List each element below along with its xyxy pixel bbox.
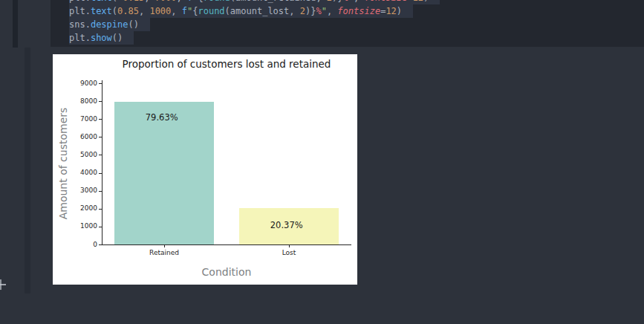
y-tick-label: 6000 (56, 133, 97, 140)
y-tick-label: 8000 (56, 97, 97, 105)
y-tick-label: 2000 (56, 204, 97, 212)
y-tick-mark (99, 173, 102, 174)
y-tick-label: 4000 (56, 169, 97, 176)
x-tick-label: Retained (134, 249, 194, 256)
y-tick-mark (99, 191, 102, 192)
y-tick-label: 7000 (56, 115, 97, 123)
y-axis-spine (102, 80, 103, 244)
y-tick-label: 3000 (56, 187, 97, 194)
cell-focus-indicator (25, 48, 30, 294)
code-cell-editor[interactable]: plt.text(-0.15, 7000, f"{round(amount_re… (51, 0, 644, 47)
add-cell-button[interactable] (0, 279, 6, 291)
bar-percentage-label: 79.63% (146, 112, 178, 123)
bar-percentage-label: 20.37% (270, 220, 303, 230)
y-tick-mark (99, 101, 102, 102)
chart-output-figure: Proportion of customers lost and retaine… (53, 54, 357, 285)
y-tick-mark (99, 83, 102, 84)
code-line[interactable]: plt.show() (69, 31, 134, 45)
bar-retained (114, 102, 214, 244)
x-tick-mark (164, 244, 165, 247)
chart-title: Proportion of customers lost and retaine… (78, 58, 375, 70)
y-axis-label: Amount of customers (57, 89, 69, 238)
y-tick-mark (99, 119, 102, 120)
y-tick-mark (99, 137, 102, 137)
x-tick-label: Lost (259, 249, 319, 256)
y-tick-label: 1000 (56, 222, 97, 230)
code-line[interactable]: plt.text(0.85, 1000, f"{round(amount_los… (69, 4, 413, 18)
y-tick-mark (99, 244, 102, 245)
y-tick-mark (99, 155, 102, 155)
x-tick-mark (289, 244, 290, 247)
y-tick-mark (99, 209, 102, 210)
y-tick-mark (99, 227, 102, 227)
x-axis-spine (102, 244, 351, 245)
x-axis-label: Condition (78, 266, 375, 278)
y-tick-label: 0 (56, 241, 97, 248)
editor-gutter-strip (13, 0, 18, 48)
notebook-app: { "theme": { "notebook_bg": "#2d323b", "… (0, 0, 644, 324)
y-tick-label: 9000 (56, 80, 97, 87)
plus-icon (0, 279, 6, 291)
code-line[interactable]: sns.despine() (69, 18, 150, 31)
y-tick-label: 5000 (56, 151, 97, 158)
